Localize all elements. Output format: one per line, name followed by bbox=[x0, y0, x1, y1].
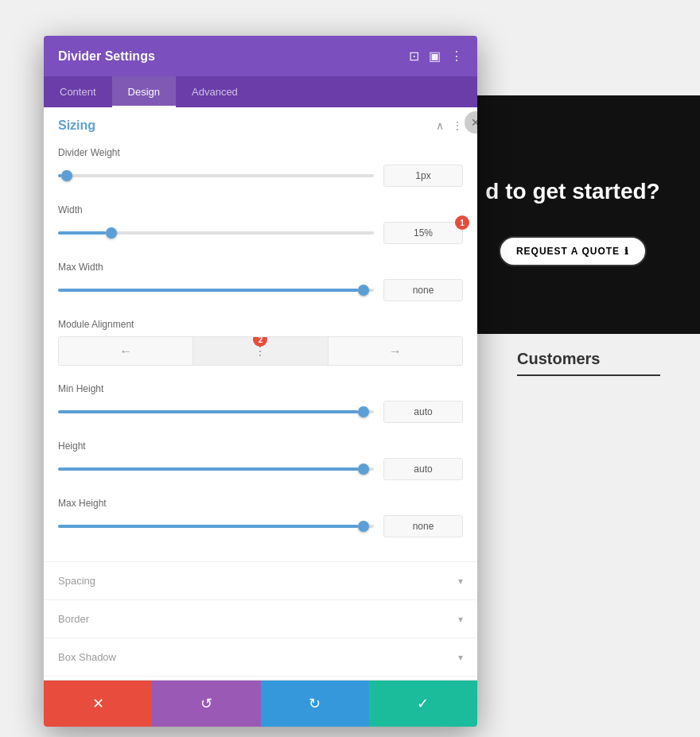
tab-content[interactable]: Content bbox=[44, 76, 112, 107]
min-height-field: Min Height bbox=[44, 377, 477, 434]
headline-text: d to get started? bbox=[469, 163, 675, 220]
align-right-icon: → bbox=[389, 344, 402, 359]
max-width-slider[interactable] bbox=[58, 282, 374, 298]
spacing-label: Spacing bbox=[58, 575, 95, 587]
height-input[interactable] bbox=[383, 458, 463, 480]
width-input-wrapper: 1 bbox=[383, 222, 463, 244]
width-input[interactable] bbox=[383, 222, 463, 244]
tab-design[interactable]: Design bbox=[112, 76, 176, 107]
slider-thumb[interactable] bbox=[358, 285, 369, 296]
module-alignment-field: Module Alignment ← 2 ⋮ → bbox=[44, 312, 477, 377]
modal-header: Divider Settings ⊡ ▣ ⋮ bbox=[44, 36, 477, 76]
max-width-controls bbox=[58, 279, 463, 301]
align-center-button[interactable]: 2 ⋮ bbox=[193, 337, 328, 365]
slider-fill bbox=[58, 231, 106, 235]
redo-button[interactable]: ↻ bbox=[261, 681, 369, 727]
box-shadow-label: Box Shadow bbox=[58, 651, 116, 663]
align-left-button[interactable]: ← bbox=[59, 337, 193, 365]
max-height-field: Max Height bbox=[44, 491, 477, 549]
divider-weight-controls bbox=[58, 165, 463, 187]
min-height-slider[interactable] bbox=[58, 404, 374, 420]
divider-weight-slider[interactable] bbox=[58, 168, 374, 184]
modal-panel: Divider Settings ⊡ ▣ ⋮ Content Design Ad… bbox=[44, 36, 477, 727]
info-icon: ℹ bbox=[624, 246, 629, 257]
max-height-slider[interactable] bbox=[58, 518, 374, 534]
header-icons: ⊡ ▣ ⋮ bbox=[409, 48, 463, 64]
max-height-label: Max Height bbox=[58, 498, 463, 509]
modal-tabs: Content Design Advanced bbox=[44, 76, 477, 107]
max-height-input[interactable] bbox=[383, 515, 463, 537]
max-width-input[interactable] bbox=[383, 279, 463, 301]
max-width-label: Max Width bbox=[58, 262, 463, 273]
slider-thumb[interactable] bbox=[358, 406, 369, 417]
redo-icon: ↻ bbox=[309, 695, 321, 712]
more-icon[interactable]: ⋮ bbox=[450, 48, 463, 64]
slider-thumb[interactable] bbox=[106, 227, 117, 239]
min-height-input[interactable] bbox=[383, 401, 463, 423]
min-height-label: Min Height bbox=[58, 383, 463, 394]
sizing-section-header: Sizing ∧ ⋮ bbox=[44, 107, 477, 141]
min-height-controls bbox=[58, 401, 463, 423]
customers-divider bbox=[517, 374, 660, 376]
border-chevron-icon: ▾ bbox=[458, 614, 463, 625]
customers-title: Customers bbox=[517, 350, 660, 368]
layout-icon[interactable]: ▣ bbox=[429, 48, 441, 64]
tab-advanced[interactable]: Advanced bbox=[176, 76, 254, 107]
width-field: Width 1 bbox=[44, 198, 477, 255]
max-width-field: Max Width bbox=[44, 255, 477, 312]
undo-button[interactable]: ↺ bbox=[152, 681, 260, 727]
slider-fill bbox=[58, 467, 358, 471]
slider-fill bbox=[58, 289, 358, 292]
align-left-icon: ← bbox=[119, 344, 132, 359]
cta-button-area: REQUEST A QUOTE ℹ bbox=[499, 236, 647, 266]
slider-track bbox=[58, 174, 374, 177]
divider-weight-label: Divider Weight bbox=[58, 147, 463, 158]
alignment-controls: ← 2 ⋮ → bbox=[58, 336, 463, 366]
save-button[interactable]: ✓ bbox=[369, 681, 477, 727]
slider-thumb[interactable] bbox=[358, 521, 369, 532]
dark-background-section: d to get started? REQUEST A QUOTE ℹ bbox=[445, 95, 700, 334]
slider-track bbox=[58, 525, 374, 528]
sizing-title: Sizing bbox=[58, 118, 95, 133]
responsive-icon[interactable]: ⊡ bbox=[409, 48, 419, 64]
height-controls bbox=[58, 458, 463, 480]
slider-fill bbox=[58, 525, 358, 528]
spacer bbox=[44, 549, 477, 561]
save-icon: ✓ bbox=[417, 695, 429, 712]
modal-footer: ✕ ↺ ↻ ✓ bbox=[44, 680, 477, 727]
max-height-controls bbox=[58, 515, 463, 537]
more-options-icon[interactable]: ⋮ bbox=[452, 119, 463, 132]
divider-weight-field: Divider Weight bbox=[44, 141, 477, 198]
border-section[interactable]: Border ▾ bbox=[44, 599, 477, 638]
section-controls: ∧ ⋮ bbox=[436, 119, 463, 132]
module-alignment-label: Module Alignment bbox=[58, 319, 463, 330]
modal-title: Divider Settings bbox=[58, 49, 155, 64]
collapse-icon[interactable]: ∧ bbox=[436, 119, 444, 132]
cancel-button[interactable]: ✕ bbox=[44, 681, 152, 727]
slider-track bbox=[58, 289, 374, 292]
height-label: Height bbox=[58, 440, 463, 452]
divider-weight-input[interactable] bbox=[383, 165, 463, 187]
box-shadow-section[interactable]: Box Shadow ▾ bbox=[44, 638, 477, 676]
width-slider[interactable] bbox=[58, 225, 374, 241]
width-badge: 1 bbox=[455, 215, 469, 230]
modal-content: Sizing ∧ ⋮ Divider Weight Width bbox=[44, 107, 477, 680]
slider-track bbox=[58, 231, 374, 235]
align-right-button[interactable]: → bbox=[329, 337, 462, 365]
width-controls: 1 bbox=[58, 222, 463, 244]
slider-track bbox=[58, 467, 374, 471]
spacing-section[interactable]: Spacing ▾ bbox=[44, 561, 477, 599]
slider-track bbox=[58, 410, 374, 413]
request-quote-button[interactable]: REQUEST A QUOTE ℹ bbox=[499, 236, 647, 266]
cancel-icon: ✕ bbox=[92, 695, 104, 712]
border-label: Border bbox=[58, 613, 89, 625]
request-quote-label: REQUEST A QUOTE bbox=[516, 246, 620, 257]
slider-thumb[interactable] bbox=[61, 170, 72, 181]
undo-icon: ↺ bbox=[200, 695, 212, 712]
customers-section: Customers bbox=[517, 350, 660, 376]
height-field: Height bbox=[44, 434, 477, 491]
width-label: Width bbox=[58, 204, 463, 215]
slider-thumb[interactable] bbox=[358, 464, 369, 475]
height-slider[interactable] bbox=[58, 461, 374, 477]
spacing-chevron-icon: ▾ bbox=[458, 576, 463, 587]
